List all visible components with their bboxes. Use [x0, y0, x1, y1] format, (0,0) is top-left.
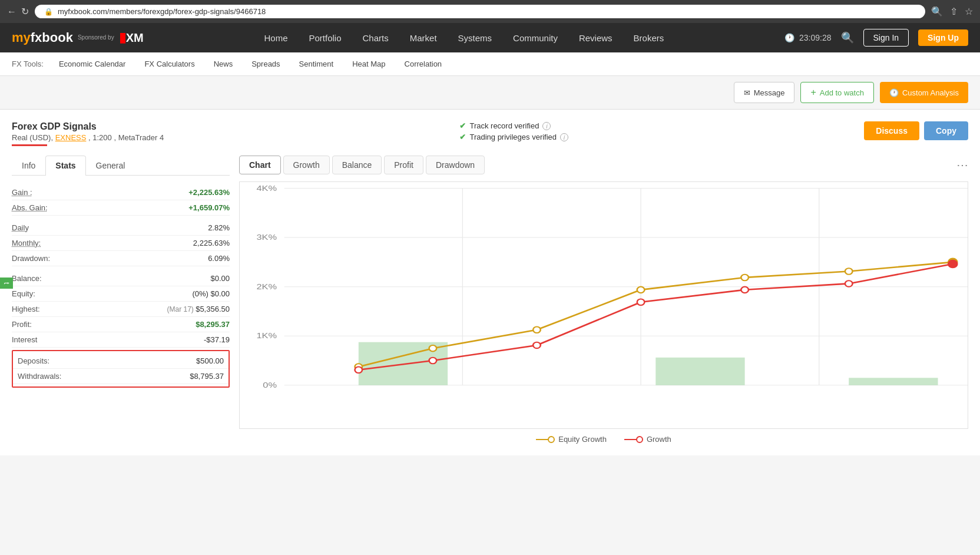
svg-text:1K%: 1K% — [256, 331, 277, 340]
message-icon: ✉ — [744, 88, 750, 97]
legend-growth-line — [624, 436, 643, 443]
right-panel: Chart Growth Balance Profit Drawdown ⋯ — [239, 156, 968, 444]
chart-container: 4K% 3K% 2K% 1K% 0% — [239, 181, 968, 429]
clock-small-icon: 🕐 — [889, 88, 899, 97]
stat-value-withdrawals: $8,795.37 — [190, 372, 224, 381]
stat-value-balance: $0.00 — [210, 274, 230, 283]
svg-text:0%: 0% — [263, 380, 277, 389]
fx-tools-bar: FX Tools: Economic Calendar FX Calculato… — [0, 52, 980, 76]
tab-general[interactable]: General — [86, 156, 135, 175]
star-icon[interactable]: ☆ — [965, 6, 973, 17]
tab-info[interactable]: Info — [12, 156, 45, 175]
plus-icon: + — [810, 87, 816, 98]
stat-drawdown: Drawdown: 6.09% — [12, 251, 230, 266]
nav-systems[interactable]: Systems — [449, 25, 502, 51]
fx-correlation[interactable]: Correlation — [396, 52, 451, 75]
stat-value-equity: (0%) $0.00 — [192, 289, 230, 298]
account-subtitle: Real (USD), EXNESS , 1:200 , MetaTrader … — [12, 133, 164, 142]
info-icon-trading[interactable]: i — [560, 133, 568, 141]
check-icon-2: ✔ — [459, 133, 466, 141]
stat-highest: Highest: (Mar 17) $5,356.50 — [12, 302, 230, 317]
add-to-watch-button[interactable]: + Add to watch — [800, 82, 874, 103]
logo: myfxbook — [12, 30, 73, 45]
url-text: myfxbook.com/members/forexgdp/forex-gdp-… — [58, 7, 266, 16]
broker-link[interactable]: EXNESS — [55, 133, 87, 142]
tab-stats[interactable]: Stats — [45, 156, 85, 176]
fx-spreads[interactable]: Spreads — [243, 52, 288, 75]
nav-community[interactable]: Community — [504, 25, 567, 51]
signup-button[interactable]: Sign Up — [918, 29, 968, 46]
verified-badges: ✔ Track record verified i ✔ Trading priv… — [459, 121, 568, 141]
fx-sentiment[interactable]: Sentiment — [291, 52, 342, 75]
lock-icon: 🔒 — [44, 8, 53, 16]
chart-tab-balance[interactable]: Balance — [332, 156, 382, 174]
info-icon-track[interactable]: i — [542, 122, 551, 130]
svg-rect-14 — [655, 358, 744, 385]
stat-daily: Daily 2.82% — [12, 220, 230, 236]
fx-tools-label: FX Tools: — [12, 52, 44, 75]
stats-table: Gain : +2,225.63% Abs. Gain: +1,659.07% … — [12, 185, 230, 388]
svg-point-21 — [845, 268, 853, 274]
stat-label-withdrawals: Withdrawals: — [18, 372, 61, 381]
fx-economic-calendar[interactable]: Economic Calendar — [51, 52, 134, 75]
svg-point-28 — [845, 280, 853, 286]
svg-point-27 — [741, 287, 749, 293]
chart-tab-drawdown[interactable]: Drawdown — [426, 156, 485, 174]
nav-portfolio[interactable]: Portfolio — [299, 25, 350, 51]
zoom-icon[interactable]: 🔍 — [931, 6, 943, 17]
stat-value-deposits: $500.00 — [196, 356, 224, 365]
back-icon[interactable]: ← — [7, 6, 16, 17]
chart-svg: 4K% 3K% 2K% 1K% 0% — [240, 182, 968, 428]
custom-analysis-button[interactable]: 🕐 Custom Analysis — [880, 82, 968, 103]
reload-icon[interactable]: ↻ — [21, 6, 29, 17]
nav-home[interactable]: Home — [254, 25, 297, 51]
chart-more-icon[interactable]: ⋯ — [956, 158, 968, 172]
signin-button[interactable]: Sign In — [863, 29, 909, 47]
trading-privilege-badge: ✔ Trading privileges verified i — [459, 133, 568, 141]
fx-news[interactable]: News — [206, 52, 241, 75]
left-edge-tab[interactable]: t — [0, 278, 13, 289]
clock-icon: 🕐 — [784, 33, 794, 42]
fx-heatmap[interactable]: Heat Map — [344, 52, 393, 75]
stat-label-highest: Highest: — [12, 305, 40, 313]
discuss-button[interactable]: Discuss — [864, 121, 919, 140]
stat-label-equity: Equity: — [12, 289, 35, 298]
stat-label-abs-gain: Abs. Gain: — [12, 203, 48, 212]
stat-value-drawdown: 6.09% — [208, 254, 230, 263]
nav-charts[interactable]: Charts — [353, 25, 398, 51]
nav-market[interactable]: Market — [400, 25, 446, 51]
legend-growth: Growth — [624, 435, 671, 444]
chart-tab-chart[interactable]: Chart — [239, 156, 281, 174]
svg-point-29 — [948, 260, 957, 268]
svg-text:4K%: 4K% — [256, 183, 277, 192]
chart-tab-profit[interactable]: Profit — [384, 156, 423, 174]
nav-reviews[interactable]: Reviews — [570, 25, 622, 51]
browser-controls[interactable]: ← ↻ — [7, 6, 29, 17]
browser-actions: 🔍 ⇧ ☆ — [931, 6, 973, 17]
copy-button[interactable]: Copy — [924, 121, 968, 140]
address-bar[interactable]: 🔒 myfxbook.com/members/forexgdp/forex-gd… — [35, 5, 925, 18]
nav-brokers[interactable]: Brokers — [624, 25, 674, 51]
stat-label-monthly: Monthly: — [12, 239, 41, 247]
fx-calculators[interactable]: FX Calculators — [136, 52, 203, 75]
browser-chrome: ← ↻ 🔒 myfxbook.com/members/forexgdp/fore… — [0, 0, 980, 23]
stat-equity: Equity: (0%) $0.00 — [12, 286, 230, 302]
account-info: Forex GDP Signals Real (USD), EXNESS , 1… — [12, 121, 164, 146]
svg-point-33 — [637, 437, 643, 442]
legend-equity-line — [536, 436, 555, 443]
chart-tab-growth[interactable]: Growth — [283, 156, 330, 174]
stat-label-gain: Gain : — [12, 188, 32, 197]
stat-label-interest: Interest — [12, 335, 37, 344]
stat-label-daily: Daily — [12, 223, 29, 232]
stat-value-gain: +2,225.63% — [188, 188, 230, 197]
left-tab-row: Info Stats General — [12, 156, 230, 176]
stat-interest: Interest -$37.19 — [12, 332, 230, 348]
action-bar: ✉ Message + Add to watch 🕐 Custom Analys… — [0, 76, 980, 110]
search-icon[interactable]: 🔍 — [841, 31, 854, 44]
account-title: Forex GDP Signals — [12, 121, 164, 132]
svg-point-18 — [533, 327, 541, 333]
xm-logo: ▮XM — [119, 30, 144, 45]
svg-point-17 — [429, 345, 437, 351]
share-icon[interactable]: ⇧ — [950, 6, 958, 17]
message-button[interactable]: ✉ Message — [734, 82, 795, 103]
